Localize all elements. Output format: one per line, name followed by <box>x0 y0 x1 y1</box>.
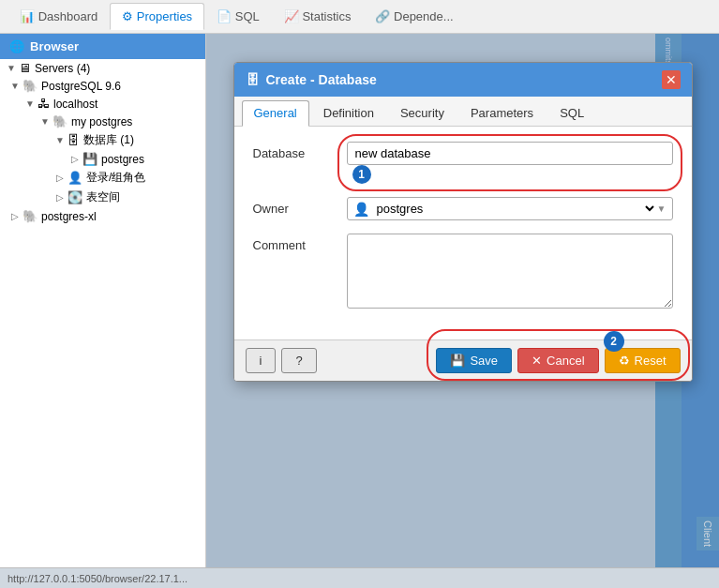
browser-icon: 🌐 <box>9 39 24 53</box>
sidebar-item-login-roles[interactable]: ▷ 👤 登录/组角色 <box>0 168 205 188</box>
db-input-wrap: 1 <box>347 142 673 184</box>
mypostgres-icon: 🐘 <box>52 114 67 128</box>
sidebar-item-postgresql96[interactable]: ▼ 🐘 PostgreSQL 9.6 <box>0 77 205 95</box>
sidebar-item-tablespaces[interactable]: ▷ 💽 表空间 <box>0 188 205 207</box>
sql-icon: 📄 <box>217 9 232 23</box>
expander-login-roles: ▷ <box>52 173 67 183</box>
reset-button[interactable]: ♻ Reset <box>605 348 681 373</box>
modal-tab-sql[interactable]: SQL <box>547 100 596 126</box>
save-icon: 💾 <box>450 354 465 368</box>
expander-pg96: ▼ <box>7 81 22 91</box>
properties-icon: ⚙ <box>122 9 133 23</box>
postgres-db-icon: 💾 <box>82 152 97 166</box>
database-control-wrap: 1 <box>347 142 673 184</box>
tab-dependencies[interactable]: 🔗 Depende... <box>363 3 465 30</box>
owner-dropdown-arrow: ▼ <box>657 204 667 214</box>
owner-select[interactable]: postgres admin <box>373 201 657 217</box>
modal-overlay: 🗄 Create - Database ✕ General Definition… <box>206 34 719 588</box>
sidebar: 🌐 Browser ▼ 🖥 Servers (4) ▼ 🐘 PostgreSQL… <box>0 34 206 588</box>
owner-person-icon: 👤 <box>353 202 369 217</box>
modal-tab-definition[interactable]: Definition <box>311 100 386 126</box>
servers-icon: 🖥 <box>19 61 31 75</box>
tab-properties[interactable]: ⚙ Properties <box>110 3 204 30</box>
modal-tab-parameters[interactable]: Parameters <box>458 100 546 126</box>
sidebar-item-servers[interactable]: ▼ 🖥 Servers (4) <box>0 59 205 77</box>
sidebar-header: 🌐 Browser <box>0 34 205 59</box>
statistics-icon: 📈 <box>284 9 299 23</box>
login-roles-icon: 👤 <box>67 171 82 185</box>
expander-localhost: ▼ <box>22 98 37 109</box>
modal-title-left: 🗄 Create - Database <box>246 72 377 87</box>
footer-left: i ? <box>246 348 317 373</box>
tab-sql[interactable]: 📄 SQL <box>204 3 272 30</box>
badge-1: 1 <box>352 165 371 184</box>
modal-tabs: General Definition Security Parameters S… <box>234 97 692 127</box>
modal-title-icon: 🗄 <box>246 72 259 87</box>
dashboard-icon: 📊 <box>20 9 35 23</box>
owner-row: Owner 👤 postgres admin ▼ <box>253 197 673 220</box>
status-bar: http://127.0.0.1:5050/browser/22.17.1... <box>0 567 719 588</box>
owner-wrap[interactable]: 👤 postgres admin ▼ <box>347 197 673 220</box>
database-row: Database 1 <box>253 142 673 184</box>
tab-statistics[interactable]: 📈 Statistics <box>272 3 364 30</box>
help-button[interactable]: ? <box>281 348 316 373</box>
expander-databases: ▼ <box>52 135 67 145</box>
comment-label: Comment <box>253 234 347 252</box>
status-text: http://127.0.0.1:5050/browser/22.17.1... <box>7 573 187 584</box>
databases-icon: 🗄 <box>67 133 80 147</box>
expander-tablespaces: ▷ <box>52 192 67 203</box>
badge-2: 2 <box>604 331 624 352</box>
create-database-modal: 🗄 Create - Database ✕ General Definition… <box>233 62 693 382</box>
tablespaces-icon: 💽 <box>67 190 82 204</box>
sidebar-item-postgres-db[interactable]: ▷ 💾 postgres <box>0 150 205 168</box>
sidebar-item-postgres-xl[interactable]: ▷ 🐘 postgres-xl <box>0 207 205 225</box>
dependencies-icon: 🔗 <box>375 9 390 23</box>
tab-dashboard[interactable]: 📊 Dashboard <box>7 3 110 30</box>
modal-tab-security[interactable]: Security <box>388 100 457 126</box>
save-button[interactable]: 💾 Save <box>436 348 512 373</box>
comment-control-wrap <box>347 234 673 311</box>
cancel-icon: ✕ <box>532 354 542 368</box>
top-bar: 📊 Dashboard ⚙ Properties 📄 SQL 📈 Statist… <box>0 0 719 34</box>
right-content: ommits llbacks ransact Client 🗄 Create -… <box>206 34 719 588</box>
localhost-icon: 🖧 <box>37 97 50 111</box>
modal-body: Database 1 Owner <box>234 127 692 339</box>
owner-control-wrap: 👤 postgres admin ▼ <box>347 197 673 220</box>
modal-footer: i ? 2 💾 Save ✕ <box>234 339 692 381</box>
expander-mypostgres: ▼ <box>37 116 52 127</box>
sidebar-item-databases[interactable]: ▼ 🗄 数据库 (1) <box>0 130 205 150</box>
pg96-icon: 🐘 <box>22 79 37 93</box>
comment-textarea[interactable] <box>347 234 673 309</box>
modal-title-bar: 🗄 Create - Database ✕ <box>234 63 692 97</box>
postgres-xl-icon: 🐘 <box>22 209 37 223</box>
info-button[interactable]: i <box>246 348 277 373</box>
expander-postgres-xl: ▷ <box>7 211 22 221</box>
sidebar-item-localhost[interactable]: ▼ 🖧 localhost <box>0 95 205 113</box>
modal-title-text: Create - Database <box>266 72 377 87</box>
modal-tab-general[interactable]: General <box>242 100 309 127</box>
owner-label: Owner <box>253 197 347 216</box>
modal-close-button[interactable]: ✕ <box>662 70 681 89</box>
sidebar-item-mypostgres[interactable]: ▼ 🐘 my postgres <box>0 113 205 130</box>
reset-icon: ♻ <box>619 354 630 368</box>
database-label: Database <box>253 142 347 160</box>
expander-servers: ▼ <box>4 63 19 73</box>
expander-postgres-db: ▷ <box>67 154 82 164</box>
database-input[interactable] <box>347 142 673 165</box>
cancel-button[interactable]: ✕ Cancel <box>517 348 598 373</box>
main-layout: 🌐 Browser ▼ 🖥 Servers (4) ▼ 🐘 PostgreSQL… <box>0 34 719 588</box>
comment-row: Comment <box>253 234 673 311</box>
footer-right: 2 💾 Save ✕ Cancel ♻ Reset <box>436 348 680 373</box>
